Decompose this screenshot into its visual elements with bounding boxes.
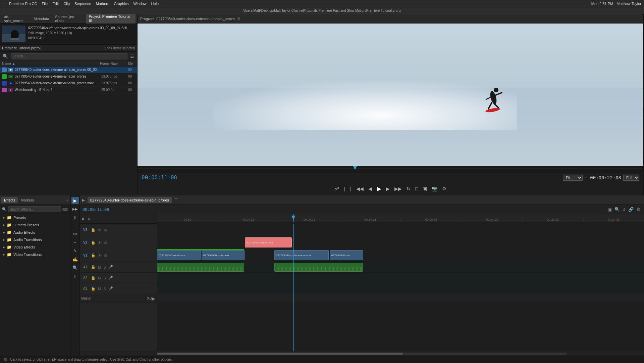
menu-graphics[interactable]: Graphics	[114, 2, 128, 6]
v3-lock-icon[interactable]: 🔒	[90, 227, 96, 232]
tl-search-icon[interactable]: 🔍	[614, 206, 621, 213]
clip-v2-selected[interactable]: 027799540-surfer-doe	[245, 237, 292, 247]
tool-razor[interactable]: ✂	[71, 230, 79, 238]
effects-category-video-effects[interactable]: ▶ 📁 Video Effects	[0, 243, 70, 251]
program-monitor-menu-icon[interactable]: ☰	[237, 16, 240, 21]
tab-markers[interactable]: Markers	[18, 197, 37, 203]
tab-source[interactable]: Source: (no clips)	[52, 14, 85, 24]
timeline-scrollbar-thumb[interactable]	[157, 353, 403, 355]
v3-eye-icon[interactable]: 👁	[97, 228, 102, 232]
menu-sequence[interactable]: Sequence	[74, 2, 91, 6]
fit-dropdown[interactable]: Fit 25% 50% 100%	[563, 175, 583, 181]
tool-pen[interactable]: ✎	[71, 247, 79, 255]
tool-rolling-edit[interactable]: ⊤	[71, 222, 79, 229]
tool-type[interactable]: T	[71, 272, 79, 280]
effects-search-input[interactable]	[8, 206, 61, 212]
a2-solo-icon[interactable]: S	[103, 276, 106, 280]
effects-category-lumetri[interactable]: ▶ 📁 Lumetri Presets	[0, 221, 70, 229]
sequence-settings-icon[interactable]: ⚙	[88, 217, 91, 221]
clip-a1-2[interactable]	[274, 263, 363, 272]
monitor-step-fwd-btn[interactable]: ▶	[385, 185, 391, 192]
tool-slip[interactable]: ↔	[71, 239, 79, 246]
monitor-marker-btn[interactable]: ☍	[333, 185, 340, 192]
effects-category-presets[interactable]: ▶ 📁 Presets	[0, 214, 70, 221]
tab-project[interactable]: Project: Premiere Tutorial ☰	[86, 14, 136, 24]
monitor-play-btn[interactable]: ▶	[376, 184, 382, 193]
search-icon[interactable]: 🔍	[2, 53, 9, 59]
menu-edit[interactable]: Edit	[52, 2, 59, 6]
a3-mic-icon[interactable]: 🎤	[108, 286, 114, 291]
monitor-step-back-btn[interactable]: ◀	[367, 185, 373, 192]
tab-metadata[interactable]: Metadata	[31, 16, 52, 22]
tool-hand[interactable]: ✍	[71, 256, 79, 263]
v2-eye-icon[interactable]: 👁	[97, 240, 102, 245]
list-view-icon[interactable]: ☰	[129, 53, 135, 59]
a3-lock-icon[interactable]: 🔒	[90, 286, 96, 291]
tab-air-spin[interactable]: air-spin_prores	[1, 14, 30, 24]
timeline-tab-menu-icon[interactable]: ☰	[174, 198, 178, 202]
tool-track-select[interactable]: ▶▶	[71, 205, 79, 213]
clip-v1-3[interactable]: 027799540-surfer-extreme-air	[274, 250, 329, 260]
monitor-settings-btn[interactable]: ⚙	[441, 185, 447, 192]
a2-mic-icon[interactable]: 🎤	[108, 275, 114, 280]
effects-new-icon[interactable]: ⌨	[62, 207, 68, 212]
tl-link-icon[interactable]: 🔗	[628, 206, 634, 213]
progress-playhead[interactable]	[353, 166, 357, 170]
menu-clip[interactable]: Clip	[63, 2, 70, 6]
list-item[interactable]: 027799540-surfer-does-extreme-air-spin_p…	[0, 80, 137, 87]
a2-mute-icon[interactable]: M	[97, 276, 102, 280]
menu-markers[interactable]: Markers	[96, 2, 109, 6]
v1-lock-icon[interactable]: 🔒	[90, 253, 96, 258]
clip-v1-2[interactable]: 027799540-surfer-ext	[202, 250, 245, 260]
a1-solo-icon[interactable]: S	[103, 265, 106, 270]
clip-v1-1[interactable]: 027799540-surfer-extr	[157, 250, 201, 260]
tool-zoom[interactable]: 🔍	[71, 264, 79, 271]
v1-eye-icon[interactable]: 👁	[97, 253, 102, 258]
monitor-prev-edit-btn[interactable]: ◀◀	[355, 185, 365, 192]
tl-nest-icon[interactable]: ▣	[607, 206, 612, 213]
a3-mute-icon[interactable]: M	[97, 286, 102, 291]
a1-mic-icon[interactable]: 🎤	[108, 265, 114, 270]
apple-logo-icon[interactable]: 	[3, 1, 4, 6]
monitor-loop-btn[interactable]: ↻	[406, 185, 412, 192]
effects-category-audio-transitions[interactable]: ▶ 📁 Audio Transitions	[0, 236, 70, 243]
quality-dropdown[interactable]: Full 1/2 1/4	[623, 175, 639, 181]
a2-lock-icon[interactable]: 🔒	[90, 275, 96, 280]
master-expand-icon[interactable]: ▶	[152, 296, 155, 301]
monitor-progress-area[interactable]	[138, 166, 643, 173]
list-item[interactable]: Wakeboarding - 914.mp4 25.00 fps 00	[0, 87, 137, 93]
monitor-safe-btn[interactable]: □	[414, 185, 419, 192]
effects-expand-icon[interactable]: «	[66, 198, 68, 202]
list-item[interactable]: 027799540-surfer-does-extreme-air-spin_p…	[0, 66, 137, 73]
menu-window[interactable]: Window	[133, 2, 146, 6]
timeline-timecode[interactable]: 00:00:11:08	[83, 207, 109, 212]
monitor-out-btn[interactable]: }	[349, 185, 353, 192]
effects-category-audio-effects[interactable]: ▶ 📁 Audio Effects	[0, 229, 70, 236]
v2-sync-icon[interactable]: ◍	[103, 240, 108, 245]
a3-solo-icon[interactable]: S	[103, 286, 106, 291]
clip-a1-1[interactable]	[157, 263, 244, 272]
tab-effects[interactable]: Effects	[1, 197, 18, 203]
tl-snap-icon[interactable]: ☌	[622, 206, 626, 213]
a1-mute-icon[interactable]: M	[97, 265, 102, 270]
monitor-multi-cam-btn[interactable]: ▣	[422, 185, 428, 192]
tl-delete-icon[interactable]: 🗑	[636, 206, 641, 213]
program-timecode[interactable]: 00:00:11:08	[142, 174, 177, 181]
v2-lock-icon[interactable]: 🔒	[90, 240, 96, 245]
clip-v1-4[interactable]: 027799540-surf	[330, 250, 363, 260]
menu-premiere[interactable]: Premiere Pro CC	[9, 2, 37, 6]
tool-ripple-edit[interactable]: ∥	[71, 214, 79, 221]
effects-category-video-transitions[interactable]: ▶ 📁 Video Transitions	[0, 251, 70, 258]
toggle-all-tracks-icon[interactable]: ■	[82, 217, 84, 221]
monitor-in-btn[interactable]: {	[343, 185, 346, 192]
tool-select[interactable]: ▶	[71, 197, 79, 204]
menu-file[interactable]: File	[42, 2, 48, 6]
col-name-header[interactable]: Name ▲	[2, 62, 99, 65]
monitor-export-btn[interactable]: 📷	[431, 185, 438, 192]
a1-lock-icon[interactable]: 🔒	[90, 265, 96, 270]
tab-timeline-sequence[interactable]: 027799540-surfer-does-extreme-air-spin_p…	[88, 197, 172, 203]
v3-sync-icon[interactable]: ◍	[103, 227, 108, 232]
list-item[interactable]: 027799540-surfer-does-extreme-air-spin_p…	[0, 73, 137, 80]
project-search-input[interactable]	[11, 53, 127, 59]
v1-sync-icon[interactable]: ◍	[103, 253, 108, 258]
